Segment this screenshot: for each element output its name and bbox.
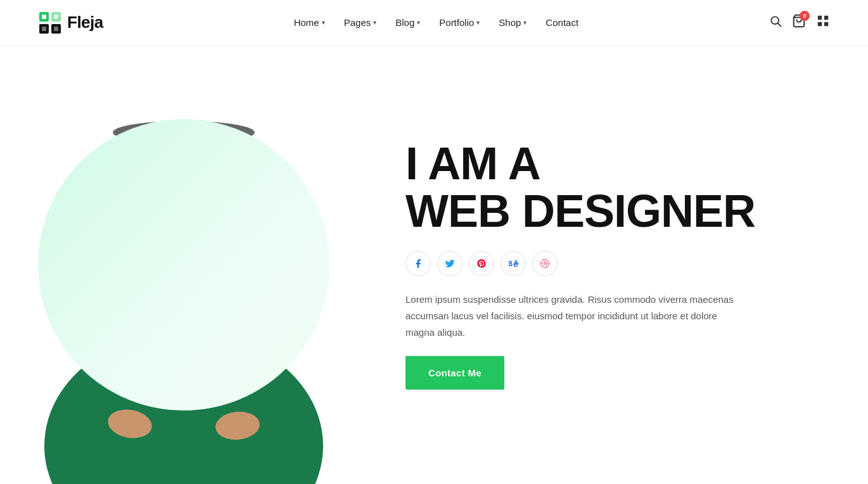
nav-item-contact[interactable]: Contact <box>546 17 578 28</box>
logo-icon <box>38 11 62 35</box>
cart-button[interactable]: 0 <box>792 14 806 31</box>
nav-item-shop[interactable]: Shop ▾ <box>499 17 527 28</box>
nav-links: Home ▾ Pages ▾ Blog ▾ Portfolio ▾ Shop <box>294 17 578 28</box>
hero-title-line1: I AM A <box>405 140 830 188</box>
social-pinterest-button[interactable] <box>469 251 494 276</box>
contact-me-button[interactable]: Contact Me <box>405 356 504 390</box>
hero-title-line2: WEB DESIGNER <box>405 188 830 236</box>
nav-link-contact[interactable]: Contact <box>546 17 578 28</box>
hero-circle-decoration <box>38 119 329 411</box>
grid-menu-button[interactable] <box>816 14 830 31</box>
svg-rect-12 <box>824 16 828 20</box>
hero-section: I AM A WEB DESIGNER <box>0 46 868 484</box>
search-button[interactable] <box>769 15 782 30</box>
social-dribbble-button[interactable] <box>532 251 558 276</box>
svg-rect-7 <box>54 27 58 31</box>
social-twitter-button[interactable] <box>437 251 463 276</box>
brand-name: Fleja <box>67 13 103 32</box>
chevron-down-icon: ▾ <box>373 19 376 26</box>
nav-item-pages[interactable]: Pages ▾ <box>344 17 377 28</box>
social-icons-row <box>405 251 830 276</box>
svg-line-9 <box>778 23 781 27</box>
chevron-down-icon: ▾ <box>322 19 325 26</box>
pinterest-icon <box>476 258 487 269</box>
nav-link-portfolio[interactable]: Portfolio ▾ <box>439 17 480 28</box>
chevron-down-icon: ▾ <box>523 19 527 26</box>
search-icon <box>769 15 782 27</box>
nav-link-shop[interactable]: Shop ▾ <box>499 17 527 28</box>
nav-link-blog[interactable]: Blog ▾ <box>395 17 420 28</box>
twitter-icon <box>445 258 455 269</box>
social-facebook-button[interactable] <box>405 251 431 276</box>
svg-rect-4 <box>42 15 46 19</box>
nav-item-home[interactable]: Home ▾ <box>294 17 325 28</box>
svg-rect-14 <box>824 22 828 26</box>
nav-link-home[interactable]: Home ▾ <box>294 17 325 28</box>
logo[interactable]: Fleja <box>38 11 103 35</box>
nav-link-pages[interactable]: Pages ▾ <box>344 17 377 28</box>
hero-image-wrap <box>0 46 367 484</box>
grid-icon <box>816 14 830 28</box>
hero-title: I AM A WEB DESIGNER <box>405 140 830 236</box>
chevron-down-icon: ▾ <box>476 19 480 26</box>
social-behance-button[interactable] <box>501 251 526 276</box>
dribbble-icon <box>540 258 550 269</box>
chevron-down-icon: ▾ <box>417 19 420 26</box>
svg-rect-13 <box>818 22 822 26</box>
navbar: Fleja Home ▾ Pages ▾ Blog ▾ Portfolio ▾ <box>0 0 868 46</box>
behance-icon <box>508 258 518 269</box>
nav-item-portfolio[interactable]: Portfolio ▾ <box>439 17 480 28</box>
svg-rect-6 <box>42 27 46 31</box>
hero-content: I AM A WEB DESIGNER <box>367 140 830 390</box>
nav-icons: 0 <box>769 14 830 31</box>
cart-badge: 0 <box>800 11 810 21</box>
svg-rect-11 <box>818 16 822 20</box>
nav-item-blog[interactable]: Blog ▾ <box>395 17 420 28</box>
hero-description: Lorem ipsum suspendisse ultrices gravida… <box>405 291 735 341</box>
svg-rect-5 <box>54 15 58 19</box>
facebook-icon <box>413 258 423 269</box>
